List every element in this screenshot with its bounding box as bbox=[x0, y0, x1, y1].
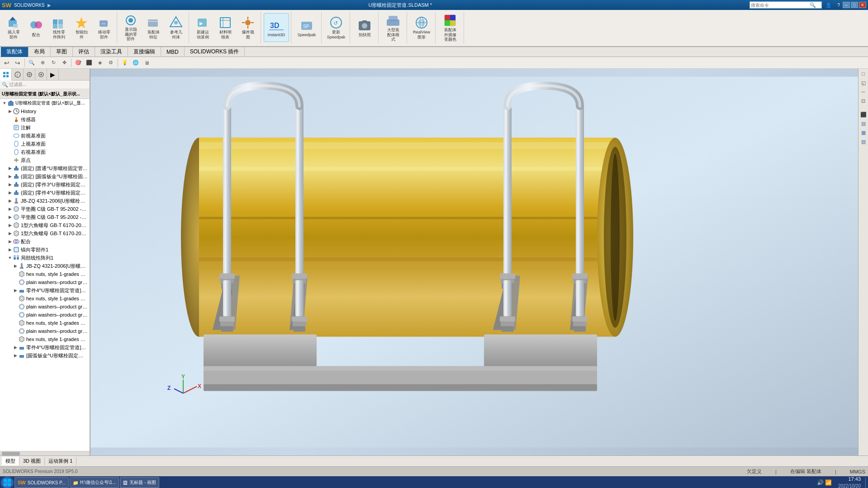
viewport[interactable]: X Y Z □ ◱ ─ ⊡ ⬛ ▤ ▦ ▧ bbox=[90, 69, 868, 455]
tree-item-arr-part4b[interactable]: ▶ 零件4^U形螺栓固定管道]<4... bbox=[0, 343, 90, 351]
expand-sensors[interactable]: ▶ bbox=[7, 117, 13, 122]
expand-arr-part4b[interactable]: ▶ bbox=[13, 345, 18, 350]
tree-item-nut-2[interactable]: ▶ 1型六角螺母 GB-T 6170-2000 - M... bbox=[0, 229, 90, 237]
tab-render[interactable]: 渲染工具 bbox=[95, 47, 128, 57]
sidebar-tab-property[interactable]: i bbox=[12, 69, 24, 81]
expand-nut-2[interactable]: ▶ bbox=[7, 231, 13, 236]
tree-item-arr-washer3[interactable]: ▶ plain washers--product grad... bbox=[0, 311, 90, 319]
taskbar-paint[interactable]: 🖼 无标题 - 画图 bbox=[120, 477, 159, 488]
new-motion-button[interactable]: ▶ 新建运动算例 bbox=[192, 14, 213, 41]
expand-arr-sheetmetal[interactable]: ▶ bbox=[13, 353, 18, 358]
photo-button[interactable]: 拍快照 bbox=[353, 13, 376, 42]
tab-plugins[interactable]: SOLIDWORKS 插件 bbox=[185, 47, 245, 57]
network-icon[interactable]: 📶 bbox=[825, 479, 832, 486]
tree-content[interactable]: ▼ U形螺栓固定管道 (默认<默认_显示状... ▶ History ▶ 传感器… bbox=[0, 99, 90, 451]
apply-scene-button[interactable]: 🌐 bbox=[131, 58, 141, 67]
expand-linear-array[interactable]: ▼ bbox=[7, 255, 13, 261]
close-button[interactable]: ✕ bbox=[859, 2, 866, 8]
tree-item-washer-1[interactable]: ▶ 平垫圈 C级 GB-T 95-2002 - 16<1... bbox=[0, 205, 90, 213]
taskbar-solidworks[interactable]: SW SOLIDWORKS P... bbox=[14, 477, 69, 488]
sidebar-tab-expand[interactable]: ▶ bbox=[47, 69, 59, 81]
expand-nut-1[interactable]: ▶ bbox=[7, 223, 13, 228]
expand-mate[interactable]: ▶ bbox=[7, 239, 13, 244]
tree-item-right-plane[interactable]: ▶ 右视基准面 bbox=[0, 148, 90, 156]
tree-item-arr-sheetmetal[interactable]: ▶ [圆弧钣金^U形螺栓固定管道... bbox=[0, 351, 90, 360]
right-btn-view2[interactable]: ▤ bbox=[859, 119, 868, 128]
tree-item-front-plane[interactable]: ▶ 前视基准面 bbox=[0, 132, 90, 140]
mate-button[interactable]: 配合 bbox=[25, 14, 47, 41]
sound-icon[interactable]: 🔊 bbox=[817, 479, 824, 486]
right-btn-1[interactable]: □ bbox=[859, 70, 868, 78]
tree-item-arr-jbzq[interactable]: ▶ JB-ZQ 4321-2006[U形螺栓U... bbox=[0, 262, 90, 270]
tree-item-arr-hex4[interactable]: ▶ hex nuts, style 1-grades ab g... bbox=[0, 335, 90, 343]
zoom-in-button[interactable]: 🔍 bbox=[27, 58, 37, 67]
tree-item-annotations[interactable]: ▶ 注解 bbox=[0, 123, 90, 132]
show-hide-button[interactable]: 显示隐藏的零部件 bbox=[120, 14, 142, 41]
tab-mbd[interactable]: MBD bbox=[161, 47, 185, 57]
tree-item-fixed-2[interactable]: ▶ (固定) [圆弧钣金^U形螺栓固定管道... bbox=[0, 172, 90, 180]
tab-sketch[interactable]: 草图 bbox=[51, 47, 73, 57]
tree-item-radial[interactable]: ▶ 镐向零部件1 bbox=[0, 246, 90, 254]
rotate-button[interactable]: ↻ bbox=[48, 58, 58, 67]
tree-item-fixed-1[interactable]: ▶ (固定) [普通^U形螺栓固定管道]<... bbox=[0, 164, 90, 172]
right-btn-view1[interactable]: ⬛ bbox=[859, 110, 868, 118]
taskbar-folder[interactable]: 📁 H:\微信公众号\1... bbox=[70, 477, 119, 488]
smart-fastener-button[interactable]: 智能扣件 bbox=[71, 14, 92, 41]
tree-item-root[interactable]: ▼ U形螺栓固定管道 (默认<默认_显示状... bbox=[0, 99, 90, 107]
expand-washer-2[interactable]: ▶ bbox=[7, 214, 13, 220]
minimize-button[interactable]: ─ bbox=[843, 2, 850, 8]
undo-button[interactable]: ↩ bbox=[2, 58, 12, 67]
tree-item-history[interactable]: ▶ History bbox=[0, 107, 90, 115]
tree-item-arr-hex3[interactable]: ▶ hex nuts, style 1-grades ab g... bbox=[0, 319, 90, 327]
zoom-fit-button[interactable]: ⊕ bbox=[38, 58, 47, 67]
tree-item-linear-array[interactable]: ▼ 局部线性阵列1 bbox=[0, 254, 90, 262]
expand-arr-part4[interactable]: ▶ bbox=[13, 288, 18, 293]
tree-item-washer-2[interactable]: ▶ 平垫圈 C级 GB-T 95-2002 - 16<2... bbox=[0, 213, 90, 221]
tab-direct[interactable]: 直接编辑 bbox=[128, 47, 161, 57]
right-btn-view3[interactable]: ▦ bbox=[859, 128, 868, 137]
assembly-feature-button[interactable]: 装配体特征 bbox=[142, 14, 164, 41]
tree-item-arr-washer1[interactable]: ▶ plain washers--product grad... bbox=[0, 278, 90, 286]
expand-fixed-4[interactable]: ▶ bbox=[7, 190, 13, 195]
instant3d-button[interactable]: 3D Instant3D bbox=[264, 13, 289, 42]
expand-fixed-1[interactable]: ▶ bbox=[7, 166, 13, 171]
realview-button[interactable]: RealView图形 bbox=[410, 13, 433, 42]
sidebar-tab-config[interactable] bbox=[24, 69, 35, 81]
view-orient-button[interactable]: 🎯 bbox=[73, 58, 83, 67]
tree-item-arr-washer4[interactable]: ▶ plain washers--product grad... bbox=[0, 327, 90, 335]
right-btn-view4[interactable]: ▧ bbox=[859, 137, 868, 146]
view-settings-button[interactable]: ⚙ bbox=[106, 58, 116, 67]
expand-root[interactable]: ▼ bbox=[2, 100, 7, 106]
tree-item-jbzq[interactable]: ▶ JB-ZQ 4321-2006[U形螺栓型螺栓... bbox=[0, 197, 90, 205]
sidebar-tab-display[interactable] bbox=[35, 69, 47, 81]
bottom-tab-model[interactable]: 模型 bbox=[2, 457, 19, 465]
redo-button[interactable]: ↪ bbox=[13, 58, 23, 67]
hscrollbar-thumb[interactable] bbox=[2, 452, 20, 455]
section-button[interactable]: ◈ bbox=[95, 58, 105, 67]
tree-item-origin[interactable]: ▶ 原点 bbox=[0, 156, 90, 164]
explode-button[interactable]: 爆炸视图 bbox=[237, 14, 259, 41]
update-speedpak-button[interactable]: ↺ 更新Speedpak bbox=[324, 13, 348, 42]
expand-annotations[interactable]: ▶ bbox=[7, 125, 13, 130]
expand-history[interactable]: ▶ bbox=[7, 109, 13, 114]
tree-item-fixed-3[interactable]: ▶ (固定) [零件3^U形螺栓固定管道]<... bbox=[0, 180, 90, 189]
expand-washer-1[interactable]: ▶ bbox=[7, 206, 13, 212]
tree-item-nut-1[interactable]: ▶ 1型六角螺母 GB-T 6170-2000 - M... bbox=[0, 221, 90, 229]
pan-button[interactable]: ✥ bbox=[59, 58, 69, 67]
appearance-button[interactable]: 装配体外观修变颜色 bbox=[438, 13, 462, 42]
help-icon[interactable]: ? bbox=[835, 2, 842, 8]
expand-arr-jbzq[interactable]: ▶ bbox=[13, 263, 18, 269]
tab-assembly[interactable]: 装配体 bbox=[1, 47, 28, 57]
tree-item-arr-hex1[interactable]: ▶ hex nuts, style 1-grades ab g... bbox=[0, 270, 90, 278]
insert-component-button[interactable]: 插入零部件 bbox=[3, 14, 24, 41]
search-box[interactable]: 🔍 bbox=[749, 1, 822, 9]
search-input[interactable] bbox=[750, 3, 809, 8]
sidebar-tab-tree[interactable] bbox=[0, 69, 12, 81]
tree-item-mate[interactable]: ▶ 配合 bbox=[0, 237, 90, 246]
tab-evaluate[interactable]: 评估 bbox=[73, 47, 95, 57]
speedpak-button[interactable]: SP Speedpak bbox=[294, 13, 319, 42]
right-btn-4[interactable]: ⊡ bbox=[859, 97, 868, 105]
lights-button[interactable]: 💡 bbox=[120, 58, 130, 67]
view-palette-button[interactable]: 🖥 bbox=[142, 58, 152, 67]
reference-geometry-button[interactable]: 参考几何体 bbox=[165, 14, 187, 41]
